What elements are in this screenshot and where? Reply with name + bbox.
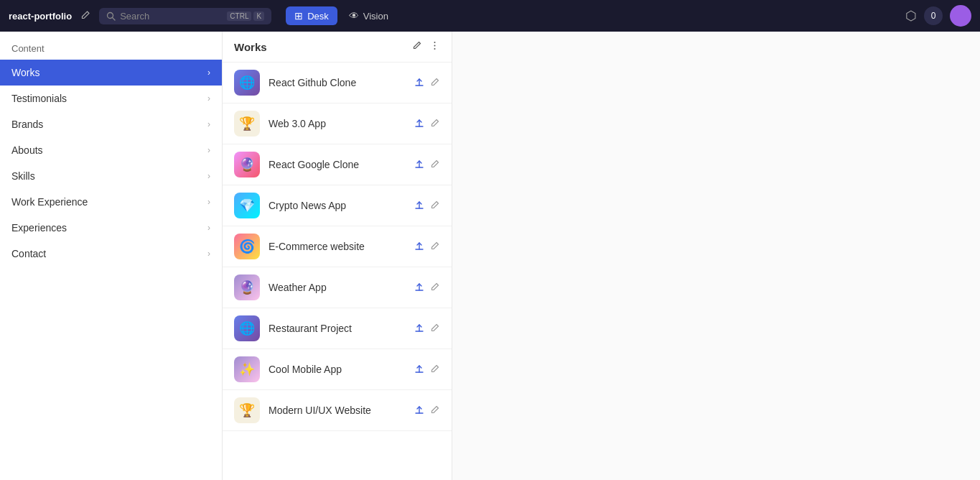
edit-icon[interactable] — [80, 10, 90, 22]
works-list: 🌐 React Github Clone 🏆 Web 3.0 App — [223, 63, 452, 480]
sidebar-item-label: Work Experience — [11, 196, 207, 208]
topbar: react-portfolio Search CTRL K ⊞ Desk 👁 V… — [0, 0, 980, 32]
works-item-thumbnail: 🌐 — [234, 70, 260, 96]
works-item[interactable]: 🔮 React Google Clone — [223, 144, 452, 185]
works-item-edit-icon[interactable] — [430, 200, 440, 212]
works-item-actions — [414, 77, 440, 89]
vision-icon: 👁 — [349, 10, 359, 22]
svg-point-3 — [434, 45, 436, 47]
works-item-thumbnail: ✨ — [234, 356, 260, 382]
works-item[interactable]: 🌀 E-Commerce website — [223, 226, 452, 267]
works-item-link-icon[interactable] — [414, 118, 424, 130]
search-bar[interactable]: Search CTRL K — [99, 8, 271, 24]
chevron-right-icon: › — [207, 197, 210, 207]
works-panel-title: Works — [234, 41, 267, 53]
works-item-name: Crypto News App — [269, 200, 406, 211]
works-item-name: Weather App — [269, 282, 406, 293]
works-item-actions — [414, 200, 440, 212]
search-shortcut: CTRL K — [227, 11, 264, 21]
desk-icon: ⊞ — [294, 10, 303, 22]
works-item-edit-icon[interactable] — [430, 282, 440, 294]
notification-badge[interactable]: 0 — [924, 6, 943, 25]
works-item-link-icon[interactable] — [414, 323, 424, 335]
works-item-actions — [414, 282, 440, 294]
works-item[interactable]: 🏆 Web 3.0 App — [223, 103, 452, 144]
works-item-thumbnail: 🔮 — [234, 274, 260, 300]
works-item[interactable]: 🌐 React Github Clone — [223, 63, 452, 103]
app-logo: react-portfolio — [9, 11, 72, 22]
chevron-right-icon: › — [207, 93, 210, 103]
works-item-link-icon[interactable] — [414, 200, 424, 212]
works-item-thumbnail: 🏆 — [234, 111, 260, 137]
sidebar-item-label: Abouts — [11, 144, 207, 156]
svg-point-2 — [434, 42, 436, 43]
sidebar-item-contact[interactable]: Contact › — [0, 241, 222, 267]
works-item-link-icon[interactable] — [414, 77, 424, 89]
works-item-edit-icon[interactable] — [430, 405, 440, 417]
sidebar-item-label: Testimonials — [11, 93, 207, 104]
svg-point-4 — [434, 48, 436, 50]
tab-vision[interactable]: 👁 Vision — [340, 6, 397, 25]
works-item-name: Cool Mobile App — [269, 364, 406, 375]
sidebar-item-label: Brands — [11, 119, 207, 130]
works-item-name: E-Commerce website — [269, 241, 406, 252]
works-item-edit-icon[interactable] — [430, 118, 440, 130]
chevron-right-icon: › — [207, 249, 210, 259]
works-item[interactable]: 🔮 Weather App — [223, 267, 452, 308]
sidebar-item-abouts[interactable]: Abouts › — [0, 137, 222, 163]
works-item-edit-icon[interactable] — [430, 77, 440, 89]
works-item-link-icon[interactable] — [414, 159, 424, 171]
works-item[interactable]: ✨ Cool Mobile App — [223, 349, 452, 390]
sidebar-item-experiences[interactable]: Experiences › — [0, 215, 222, 241]
works-item-actions — [414, 118, 440, 130]
avatar[interactable] — [950, 5, 971, 27]
chevron-right-icon: › — [207, 68, 210, 78]
works-item-thumbnail: 🌀 — [234, 234, 260, 259]
sidebar-item-label: Works — [11, 67, 207, 78]
works-item-name: Modern UI/UX Website — [269, 405, 406, 416]
works-item-link-icon[interactable] — [414, 405, 424, 417]
works-item-edit-icon[interactable] — [430, 159, 440, 171]
search-icon — [106, 11, 116, 21]
works-item-thumbnail: 🌐 — [234, 315, 260, 341]
works-item[interactable]: 🌐 Restaurant Project — [223, 308, 452, 349]
chevron-right-icon: › — [207, 145, 210, 155]
svg-line-1 — [113, 17, 116, 20]
works-item-edit-icon[interactable] — [430, 323, 440, 335]
sidebar-header: Content — [0, 32, 222, 60]
works-item-name: React Github Clone — [269, 77, 406, 88]
content-area — [452, 32, 980, 480]
works-item-actions — [414, 364, 440, 376]
sidebar-item-testimonials[interactable]: Testimonials › — [0, 86, 222, 111]
works-edit-icon[interactable] — [411, 40, 422, 53]
works-item-link-icon[interactable] — [414, 364, 424, 376]
works-item-link-icon[interactable] — [414, 241, 424, 253]
works-panel: Works 🌐 React Github Clone — [223, 32, 452, 480]
main-layout: Content Works › Testimonials › Brands › … — [0, 32, 980, 480]
chevron-right-icon: › — [207, 119, 210, 129]
sidebar-item-label: Contact — [11, 248, 207, 259]
search-placeholder: Search — [120, 11, 223, 22]
sidebar-item-work-experience[interactable]: Work Experience › — [0, 189, 222, 215]
sidebar-item-skills[interactable]: Skills › — [0, 163, 222, 189]
works-item[interactable]: 🏆 Modern UI/UX Website — [223, 390, 452, 431]
works-item-name: React Google Clone — [269, 159, 406, 170]
works-item-thumbnail: 💎 — [234, 193, 260, 218]
works-item-name: Restaurant Project — [269, 323, 406, 334]
works-item-actions — [414, 241, 440, 253]
works-item-thumbnail: 🏆 — [234, 397, 260, 423]
tab-desk[interactable]: ⊞ Desk — [286, 6, 337, 25]
works-item-actions — [414, 323, 440, 335]
sidebar-item-label: Skills — [11, 170, 207, 182]
works-panel-header: Works — [223, 32, 452, 63]
works-item-edit-icon[interactable] — [430, 241, 440, 253]
works-more-icon[interactable] — [429, 40, 440, 53]
works-item-edit-icon[interactable] — [430, 364, 440, 376]
sidebar-item-works[interactable]: Works › — [0, 60, 222, 86]
cube-icon[interactable]: ⬡ — [905, 8, 917, 24]
works-item-link-icon[interactable] — [414, 282, 424, 294]
sidebar-item-brands[interactable]: Brands › — [0, 111, 222, 137]
works-item[interactable]: 💎 Crypto News App — [223, 185, 452, 226]
chevron-right-icon: › — [207, 223, 210, 233]
works-item-actions — [414, 405, 440, 417]
